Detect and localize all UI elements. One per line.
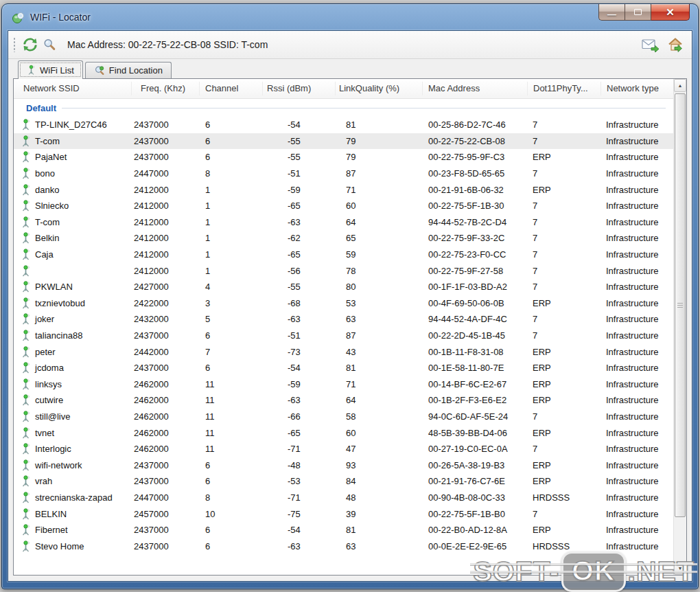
- cell: 00-25-86-D2-7C-46: [423, 117, 528, 133]
- home-button[interactable]: [666, 35, 685, 54]
- tab-find-location[interactable]: Find Location: [85, 62, 172, 78]
- group-row-default[interactable]: Default: [14, 99, 674, 117]
- vertical-scrollbar[interactable]: ▲ ▼: [673, 79, 686, 575]
- table-row[interactable]: still@live246200011-665894-0C-6D-AF-5E-2…: [14, 409, 674, 425]
- app-icon: [12, 11, 25, 24]
- column-header[interactable]: Mac Address: [423, 82, 528, 95]
- tab-wifi-list[interactable]: WiFi List: [18, 60, 83, 79]
- cell: 11: [200, 376, 263, 393]
- ssid-cell: Belkin: [14, 230, 132, 247]
- refresh-button[interactable]: [21, 35, 40, 54]
- cell: Infrastructure: [601, 247, 674, 263]
- maximize-button[interactable]: [625, 4, 651, 21]
- table-row[interactable]: cutwire246200011-636400-1B-2F-F3-E6-E2ER…: [14, 392, 674, 409]
- cell: Infrastructure: [601, 392, 674, 409]
- minimize-button[interactable]: —: [598, 4, 625, 21]
- close-button[interactable]: ✕: [651, 4, 690, 21]
- table-row[interactable]: PajaNet24370006-557900-22-75-95-9F-C3ERP…: [14, 149, 674, 166]
- cell: 00-27-19-C0-EC-0A: [423, 441, 528, 457]
- cell: 00-1B-2F-F3-E6-E2: [423, 392, 528, 409]
- cell: 7: [528, 441, 601, 457]
- column-header[interactable]: Network type: [601, 82, 674, 95]
- table-row[interactable]: T-com24370006-557900-22-75-22-CB-087Infr…: [14, 133, 674, 150]
- window-title: WIFi - Locator: [30, 12, 91, 23]
- table-row[interactable]: Belkin24120001-626500-22-75-9F-33-2C7Inf…: [14, 230, 674, 247]
- column-header[interactable]: Channel: [200, 82, 263, 95]
- cell: -65: [263, 424, 336, 441]
- table-row[interactable]: linksys246200011-597100-14-BF-6C-E2-67ER…: [14, 376, 674, 393]
- column-header[interactable]: Network SSID: [14, 82, 132, 95]
- cell: 2412000: [132, 247, 200, 263]
- antenna-icon: [21, 135, 31, 147]
- tab-strip: WiFi List Find Location: [8, 59, 692, 78]
- table-row[interactable]: 24120001-567800-22-75-9F-27-587Infrastru…: [14, 262, 674, 279]
- column-header[interactable]: Freq. (Khz): [132, 82, 200, 95]
- search-button[interactable]: [40, 35, 59, 54]
- scrollbar-thumb[interactable]: [675, 93, 686, 517]
- close-icon: ✕: [666, 7, 675, 17]
- cell: 94-44-52-4A-DF-4C: [423, 311, 528, 328]
- table-row[interactable]: BELKIN245700010-753900-22-75-5F-1B-B07In…: [14, 505, 674, 522]
- column-header[interactable]: Dot11PhyTy...: [528, 82, 601, 95]
- cell: 79: [336, 149, 423, 166]
- antenna-icon: [21, 151, 31, 163]
- cell: -55: [263, 149, 336, 166]
- table-row[interactable]: wifi-network24370006-489300-26-5A-38-19-…: [14, 457, 674, 473]
- cell: ERP: [528, 181, 601, 198]
- toolbar-grip[interactable]: [12, 37, 16, 52]
- table-row[interactable]: peter24420007-734300-1B-11-F8-31-08ERPIn…: [14, 343, 674, 360]
- ssid-label: Caja: [35, 249, 54, 260]
- antenna-icon: [21, 362, 31, 374]
- scroll-up-button[interactable]: ▲: [674, 79, 686, 92]
- cell: 2427000: [132, 279, 200, 295]
- app-window: WIFi - Locator — ✕: [1, 3, 699, 589]
- toolbar: Mac Address: 00-22-75-22-CB-08 SSID: T-c…: [8, 31, 692, 59]
- send-report-button[interactable]: [641, 35, 660, 54]
- antenna-icon: [21, 119, 31, 130]
- table-row[interactable]: PKWLAN24270004-558000-1F-1F-03-BD-A27Inf…: [14, 279, 674, 295]
- ssid-label: T-com: [35, 217, 60, 227]
- table-row[interactable]: Caja24120001-655900-22-75-23-F0-CC7Infra…: [14, 247, 674, 263]
- table-row[interactable]: TP-LINK_D27C4624370006-548100-25-86-D2-7…: [14, 117, 674, 133]
- cell: -66: [263, 409, 336, 425]
- cell: Infrastructure: [601, 181, 674, 198]
- cell: -51: [263, 328, 336, 344]
- table-row[interactable]: strecnianska-zapad24470008-714800-90-4B-…: [14, 490, 674, 506]
- cell: 2412000: [132, 181, 200, 198]
- ssid-label: TP-LINK_D27C46: [35, 119, 107, 130]
- cell: 00-22-75-95-9F-C3: [423, 149, 528, 166]
- cell: -62: [263, 230, 336, 247]
- table-body: TP-LINK_D27C4624370006-548100-25-86-D2-7…: [14, 117, 674, 554]
- table-row[interactable]: danko24120001-597100-21-91-6B-06-32ERPIn…: [14, 181, 674, 198]
- cell: 00-22-75-22-CB-08: [423, 133, 528, 150]
- cell: -71: [263, 490, 336, 506]
- find-location-icon: [94, 65, 105, 76]
- table-row[interactable]: jcdoma24370006-548100-1E-58-11-80-7EERPI…: [14, 360, 674, 376]
- table-row[interactable]: joker24320005-636394-44-52-4A-DF-4C7Infr…: [14, 311, 674, 328]
- table-row[interactable]: Slniecko24120001-656000-22-75-5F-1B-307I…: [14, 198, 674, 214]
- column-header[interactable]: Rssi (dBm): [263, 82, 336, 95]
- cell: 7: [528, 262, 601, 279]
- cell: 8: [200, 490, 263, 506]
- wifi-table: Network SSIDFreq. (Khz)ChannelRssi (dBm)…: [13, 78, 687, 576]
- cell: 6: [200, 133, 263, 150]
- table-row[interactable]: Interlogic246200011-714700-27-19-C0-EC-0…: [14, 441, 674, 457]
- table-row[interactable]: txznievtobud24220003-685300-4F-69-50-06-…: [14, 295, 674, 312]
- watermark-suffix: .NET: [628, 556, 695, 588]
- table-row[interactable]: bono24470008-518700-23-F8-5D-65-657Infra…: [14, 166, 674, 182]
- cell: Infrastructure: [601, 166, 674, 182]
- cell: 58: [336, 409, 423, 425]
- cell: 6: [200, 117, 263, 133]
- cell: 00-23-F8-5D-65-65: [423, 166, 528, 182]
- table-row[interactable]: tvnet246200011-656048-5B-39-BB-D4-06ERPI…: [14, 424, 674, 441]
- table-row[interactable]: taliancina8824370006-518700-22-2D-45-1B-…: [14, 328, 674, 344]
- cell: 2412000: [132, 214, 200, 231]
- cell: 2412000: [132, 262, 200, 279]
- cell: 71: [336, 181, 423, 198]
- title-bar[interactable]: WIFi - Locator — ✕: [2, 4, 698, 30]
- column-header[interactable]: LinkQuality (%): [336, 82, 423, 95]
- table-row[interactable]: Fibernet24370006-548100-22-B0-AD-12-8AER…: [14, 522, 674, 538]
- table-row[interactable]: T-com24120001-636494-44-52-7B-2C-D47Infr…: [14, 214, 674, 231]
- table-row[interactable]: vrah24370006-538400-21-91-76-C7-6EERPInf…: [14, 473, 674, 490]
- cell: -55: [263, 133, 336, 150]
